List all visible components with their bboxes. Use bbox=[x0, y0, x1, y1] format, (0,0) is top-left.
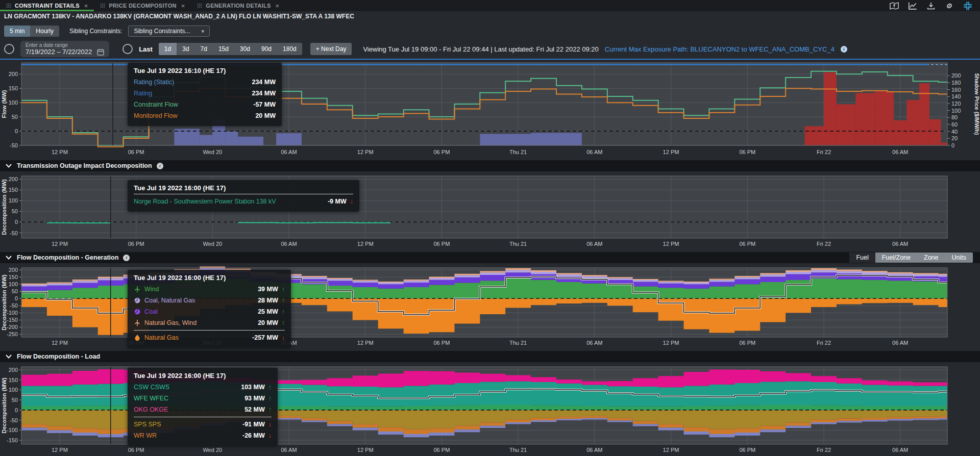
x-tick-label: 12 PM bbox=[52, 149, 68, 155]
tooltip-series-label: Monitored Flow bbox=[134, 112, 177, 119]
link-icon[interactable] bbox=[944, 2, 954, 10]
generation-decomposition-chart: 12 PM06 PMWed 2006 AM12 PM06 PMThu 2106 … bbox=[0, 265, 980, 348]
x-tick-label: 12 PM bbox=[663, 241, 679, 247]
range-90d-button[interactable]: 90d bbox=[256, 43, 277, 55]
y-tick-label: 0 bbox=[15, 128, 18, 134]
exposure-info-icon[interactable]: i bbox=[841, 46, 847, 53]
x-tick-label: 06 PM bbox=[739, 149, 755, 155]
up-arrow-icon: ↑ bbox=[268, 406, 272, 413]
x-tick-label: Fri 22 bbox=[817, 447, 831, 453]
view-units-button[interactable]: Units bbox=[945, 252, 973, 263]
sibling-constraints-value: Sibling Constraints... bbox=[134, 28, 190, 35]
y-tick-label: -50 bbox=[10, 417, 18, 423]
range-button-group: 1d3d7d15d30d90d180d bbox=[159, 43, 302, 55]
chevron-down-icon[interactable] bbox=[5, 354, 12, 359]
shadow-price-bar bbox=[824, 72, 837, 146]
flame-icon bbox=[134, 334, 141, 341]
tooltip-series-label: Natural Gas, Wind bbox=[144, 319, 197, 326]
x-tick-label: Wed 20 bbox=[203, 241, 222, 247]
tooltip-series-value: 52 MW bbox=[244, 406, 265, 413]
tooltip-row: Wind39 MW↑ bbox=[134, 284, 285, 295]
tooltip-series-value: -91 MW bbox=[242, 421, 265, 428]
range-180d-button[interactable]: 180d bbox=[277, 43, 302, 55]
y-tick-label: 100 bbox=[9, 387, 18, 393]
tab-price-decompositon[interactable]: PRICE DECOMPOSITON× bbox=[94, 0, 191, 11]
x-tick-label: 06 AM bbox=[892, 447, 908, 453]
tooltip-series-value: -57 MW bbox=[253, 101, 276, 108]
range-7d-button[interactable]: 7d bbox=[195, 43, 213, 55]
sibling-constraints-select[interactable]: Sibling Constraints... ▾ bbox=[128, 26, 210, 37]
download-icon[interactable] bbox=[926, 2, 936, 10]
granularity-hourly-button[interactable]: Hourly bbox=[30, 26, 59, 37]
tooltip-row: OKG OKGE52 MW↑ bbox=[134, 404, 272, 415]
outage-info-icon[interactable]: i bbox=[157, 163, 163, 169]
grid-handle-icon bbox=[6, 1, 11, 10]
y-tick-label: 50 bbox=[12, 114, 18, 120]
y-tick-label: -150 bbox=[7, 437, 18, 443]
map-icon[interactable] bbox=[889, 2, 899, 10]
tooltip-row: Rating234 MW bbox=[134, 88, 276, 99]
view-fuel-zone-button[interactable]: Fuel/Zone bbox=[875, 252, 917, 263]
tab-generation-details[interactable]: GENERATION DETAILS× bbox=[191, 0, 285, 11]
range-3d-button[interactable]: 3d bbox=[177, 43, 194, 55]
coal-icon bbox=[134, 308, 141, 315]
close-icon[interactable]: × bbox=[181, 3, 185, 9]
generation-info-icon[interactable]: i bbox=[123, 255, 130, 261]
down-arrow-icon: ↓ bbox=[268, 432, 272, 439]
shadow-price-bar bbox=[929, 119, 941, 145]
range-30d-button[interactable]: 30d bbox=[234, 43, 256, 55]
tooltip-series-value: 39 MW bbox=[258, 286, 278, 293]
outage-tooltip: Tue Jul 19 2022 16:00 (HE 17)Norge Road … bbox=[128, 180, 359, 212]
x-tick-label: 12 PM bbox=[357, 149, 374, 155]
chevron-down-icon[interactable] bbox=[5, 255, 12, 260]
tooltip-series-value: 25 MW bbox=[258, 308, 278, 315]
tooltip-series-value: -257 MW bbox=[252, 334, 278, 341]
tooltip-series-value: 234 MW bbox=[252, 79, 276, 86]
collapse-icon[interactable] bbox=[963, 2, 973, 10]
calendar-icon[interactable] bbox=[97, 48, 104, 56]
range-15d-button[interactable]: 15d bbox=[213, 43, 234, 55]
x-tick-label: 06 AM bbox=[892, 149, 908, 155]
y2-tick-label: 80 bbox=[951, 114, 958, 120]
y-axis-title: Decomposition (MW) bbox=[1, 179, 7, 235]
x-tick-label: 12 PM bbox=[52, 241, 68, 247]
close-icon[interactable]: × bbox=[84, 3, 88, 9]
range-1d-button[interactable]: 1d bbox=[159, 43, 177, 55]
tooltip-series-label: OKG OKGE bbox=[134, 406, 168, 413]
up-arrow-icon: ↑ bbox=[282, 297, 285, 304]
y2-tick-label: 40 bbox=[951, 129, 958, 135]
x-tick-label: Thu 21 bbox=[509, 340, 527, 346]
tab-constraint-details[interactable]: CONSTRAINT DETAILS× bbox=[0, 0, 94, 11]
view-fuel-button[interactable]: Fuel bbox=[849, 252, 875, 263]
tooltip-timestamp: Tue Jul 19 2022 16:10 (HE 17) bbox=[134, 67, 276, 74]
tooltip-series-label: Rating bbox=[134, 90, 152, 97]
last-range-radio[interactable] bbox=[122, 44, 133, 54]
shadow-price-bar bbox=[200, 135, 212, 146]
controls-row: 5 minHourly Sibling Constraints: Sibling… bbox=[0, 23, 980, 39]
next-day-button[interactable]: + Next Day bbox=[310, 43, 352, 55]
x-tick-label: 06 PM bbox=[434, 340, 450, 346]
y2-tick-label: 180 bbox=[951, 80, 961, 86]
generation-panel-header: Flow Decomposition - Generation i FuelFu… bbox=[0, 252, 980, 263]
y-tick-label: 100 bbox=[9, 197, 18, 204]
y-tick-label: -150 bbox=[7, 317, 18, 323]
x-tick-label: 06 AM bbox=[586, 241, 602, 247]
y2-tick-label: 140 bbox=[951, 93, 961, 99]
shadow-price-bar bbox=[894, 120, 906, 145]
date-range-input[interactable]: Enter a date range 7/19/2022 – 7/22/2022 bbox=[20, 41, 109, 57]
y-tick-label: 0 bbox=[15, 295, 18, 301]
x-tick-label: 06 PM bbox=[739, 340, 755, 346]
tooltip-series-label: Norge Road - Southwestern Power Station … bbox=[134, 198, 276, 205]
line-chart-icon[interactable] bbox=[908, 2, 918, 10]
view-zone-button[interactable]: Zone bbox=[917, 252, 945, 263]
y2-tick-label: 20 bbox=[951, 135, 958, 141]
generation-panel-title: Flow Decomposition - Generation bbox=[17, 254, 118, 261]
tooltip-series-value: -9 MW bbox=[328, 198, 347, 205]
date-range-radio[interactable] bbox=[4, 44, 14, 54]
shadow-price-bar bbox=[837, 104, 855, 145]
granularity-5-min-button[interactable]: 5 min bbox=[4, 26, 30, 37]
max-exposure-link[interactable]: Current Max Exposure Path: BLUECANYON2 t… bbox=[605, 45, 835, 53]
close-icon[interactable]: × bbox=[276, 3, 280, 9]
chevron-down-icon[interactable] bbox=[5, 163, 12, 168]
tab-label: GENERATION DETAILS bbox=[206, 3, 271, 9]
